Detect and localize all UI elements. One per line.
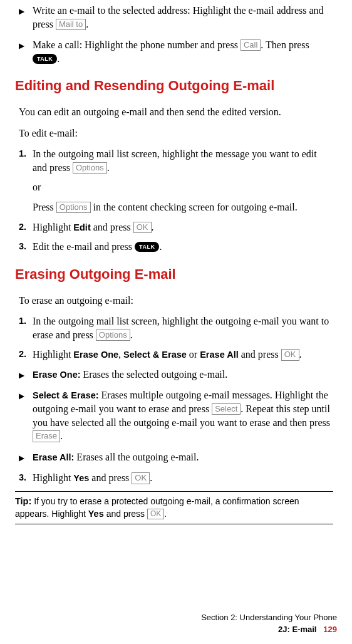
erase-softkey: Erase <box>33 430 60 442</box>
text: Erases the selected outgoing e-mail. <box>81 369 228 380</box>
text: and press <box>239 349 281 360</box>
triangle-bullet-icon: ▶ <box>19 4 33 31</box>
talk-key-icon: TALK <box>33 54 57 64</box>
step-number: 3. <box>19 471 33 485</box>
triangle-bullet-icon: ▶ <box>19 450 33 464</box>
bold-term: Erase All <box>200 350 239 360</box>
paragraph: To erase an outgoing e-mail: <box>19 294 333 308</box>
footer-section-title: Section 2: Understanding Your Phone <box>201 612 337 623</box>
bullet-text: Make a call: Highlight the phone number … <box>33 38 333 65</box>
step-number: 1. <box>19 314 33 341</box>
text: or <box>187 349 200 360</box>
text: . <box>60 430 63 441</box>
ok-softkey: OK <box>133 222 152 233</box>
step-item: 1. In the outgoing mail list screen, hig… <box>19 314 333 341</box>
triangle-bullet-icon: ▶ <box>19 368 33 382</box>
text: . Then press <box>261 39 309 50</box>
text: Erases all the outgoing e-mail. <box>74 452 199 462</box>
text: Press <box>33 202 56 212</box>
text: . <box>107 162 110 173</box>
step-item: 1. In the outgoing mail list screen, hig… <box>19 147 333 174</box>
text: . <box>164 509 167 519</box>
tip-label: Tip: <box>15 496 31 506</box>
text: . <box>299 349 302 360</box>
triangle-bullet-icon: ▶ <box>19 388 33 442</box>
ok-softkey: OK <box>281 349 299 360</box>
text: . <box>150 472 152 483</box>
step-or: or <box>33 180 333 194</box>
bullet-item: ▶ Select & Erase: Erases multiple outgoi… <box>19 388 333 442</box>
step-text: Highlight Yes and press OK. <box>33 471 333 485</box>
text: . <box>130 330 133 340</box>
bullet-text: Erase One: Erases the selected outgoing … <box>33 368 333 382</box>
step-text: Highlight Edit and press OK. <box>33 221 333 234</box>
bullet-text: Erase All: Erases all the outgoing e-mai… <box>33 450 333 464</box>
text: Make a call: Highlight the phone number … <box>33 39 241 50</box>
text: Highlight <box>33 472 73 483</box>
mail-to-softkey: Mail to <box>56 19 86 30</box>
step-number: 2. <box>19 348 33 361</box>
text: . <box>159 241 162 252</box>
text: Edit the e-mail and press <box>33 241 135 252</box>
step-item: 3. Highlight Yes and press OK. <box>19 471 333 485</box>
text: Highlight <box>33 349 73 360</box>
ok-softkey: OK <box>147 509 164 519</box>
bullet-item: ▶ Erase One: Erases the selected outgoin… <box>19 368 333 382</box>
text: In the outgoing mail list screen, highli… <box>33 316 329 340</box>
paragraph: You can edit an outgoing e-mail and then… <box>19 105 333 119</box>
bold-term: Erase One <box>73 350 118 360</box>
text: . <box>57 53 60 64</box>
text: in the content checking screen for outgo… <box>91 202 298 212</box>
options-softkey: Options <box>73 162 107 174</box>
bold-term: Select & Erase <box>123 350 187 360</box>
step-number: 1. <box>19 147 33 174</box>
bold-term: Erase One: <box>33 370 81 380</box>
step-item: 3. Edit the e-mail and press TALK. <box>19 240 333 254</box>
bold-term: Yes <box>73 473 89 483</box>
bold-term: Select & Erase: <box>33 390 99 400</box>
text: . <box>86 19 88 29</box>
footer-chapter: 2J: E-mail <box>278 625 316 634</box>
step-item: 2. Highlight Erase One, Select & Erase o… <box>19 348 333 361</box>
text: Highlight <box>33 222 73 232</box>
text: and press <box>89 472 132 483</box>
text: and press <box>91 222 133 232</box>
bullet-text: Select & Erase: Erases multiple outgoing… <box>33 388 333 442</box>
step-number: 3. <box>19 240 33 254</box>
step-text: Press Options in the content checking sc… <box>33 200 333 214</box>
step-text: In the outgoing mail list screen, highli… <box>33 147 333 174</box>
step-number: 2. <box>19 221 33 234</box>
options-softkey: Options <box>56 202 91 213</box>
text: , <box>118 349 123 360</box>
paragraph: To edit e-mail: <box>19 127 333 140</box>
text: . <box>152 222 154 232</box>
bullet-item: ▶ Make a call: Highlight the phone numbe… <box>19 38 333 65</box>
footer-subsection: 2J: E-mail 129 <box>201 624 337 635</box>
bold-term: Edit <box>73 222 90 232</box>
call-softkey: Call <box>241 39 261 51</box>
bullet-text: Write an e-mail to the selected address:… <box>33 4 333 31</box>
bullet-item: ▶ Erase All: Erases all the outgoing e-m… <box>19 450 333 464</box>
step-text: Highlight Erase One, Select & Erase or E… <box>33 348 333 361</box>
text: and press <box>104 509 147 519</box>
bullet-item: ▶ Write an e-mail to the selected addres… <box>19 4 333 31</box>
tip-block: Tip: If you try to erase a protected out… <box>15 491 333 524</box>
bold-term: Erase All: <box>33 452 74 462</box>
step-text: Edit the e-mail and press TALK. <box>33 240 333 254</box>
triangle-bullet-icon: ▶ <box>19 38 33 65</box>
page-footer: Section 2: Understanding Your Phone 2J: … <box>201 612 337 635</box>
step-item: 2. Highlight Edit and press OK. <box>19 221 333 234</box>
page-number: 129 <box>323 625 337 634</box>
step-text: In the outgoing mail list screen, highli… <box>33 314 333 341</box>
select-softkey: Select <box>212 403 241 415</box>
bold-term: Yes <box>88 509 104 519</box>
heading-erasing: Erasing Outgoing E-mail <box>15 265 333 284</box>
talk-key-icon: TALK <box>135 242 159 252</box>
options-softkey: Options <box>96 330 130 341</box>
ok-softkey: OK <box>132 472 150 484</box>
heading-editing-resending: Editing and Resending Outgoing E-mail <box>15 76 333 95</box>
